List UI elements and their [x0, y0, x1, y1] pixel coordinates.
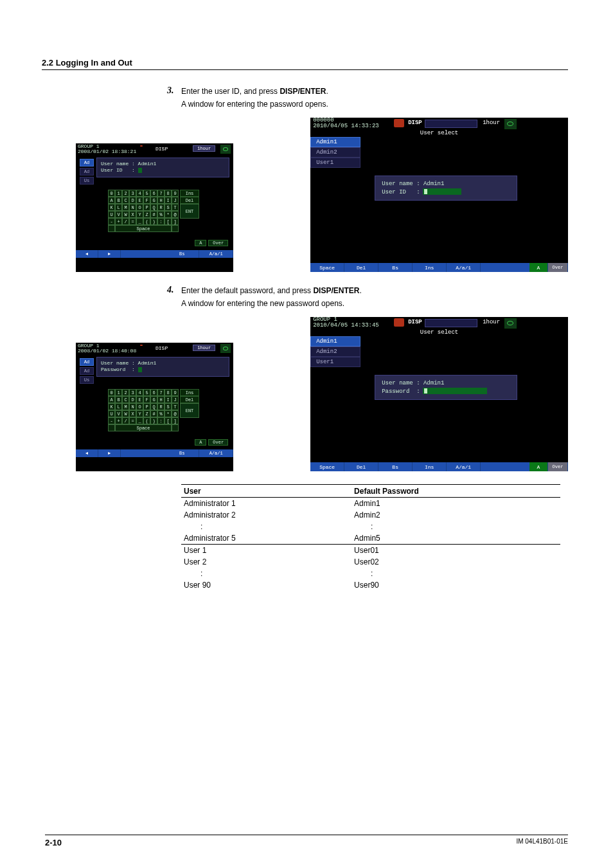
key-3[interactable]: 3 — [129, 389, 136, 396]
key-ent[interactable]: ENT — [180, 403, 199, 418]
key-[[interactable]: [ — [164, 218, 172, 225]
bs2-input[interactable] — [423, 388, 487, 394]
key-E[interactable]: E — [136, 396, 143, 403]
ss1-right[interactable]: ► — [98, 250, 121, 258]
key-)[interactable]: ) — [150, 218, 157, 225]
bs1-del[interactable]: Del — [344, 263, 378, 272]
key-Y[interactable]: Y — [136, 211, 143, 218]
key-blank-r[interactable] — [172, 424, 179, 431]
bs1-tab-user1[interactable]: User1 — [310, 158, 360, 168]
key-L[interactable]: L — [115, 403, 122, 410]
bs2-space[interactable]: Space — [310, 462, 344, 471]
key-A[interactable]: A — [108, 197, 115, 204]
ss2-left[interactable]: ◄ — [76, 449, 98, 457]
key-N[interactable]: N — [129, 403, 136, 410]
key-Z[interactable]: Z — [143, 211, 150, 218]
key-W[interactable]: W — [122, 211, 129, 218]
key-A[interactable]: A — [108, 396, 115, 403]
key-#[interactable]: # — [150, 410, 157, 417]
key-0[interactable]: 0 — [108, 389, 115, 396]
key-space[interactable]: Space — [115, 424, 172, 431]
key-6[interactable]: 6 — [150, 190, 157, 197]
key-M[interactable]: M — [122, 204, 129, 211]
bs1-input[interactable] — [423, 188, 461, 195]
key-J[interactable]: J — [172, 197, 179, 204]
key-2[interactable]: 2 — [122, 190, 129, 197]
key-Z[interactable]: Z — [143, 410, 150, 417]
key-%[interactable]: % — [157, 410, 164, 417]
bs1-tab-admin1[interactable]: Admin1 — [310, 137, 360, 147]
key-+[interactable]: + — [115, 417, 122, 424]
key--[interactable]: - — [108, 417, 115, 424]
key-P[interactable]: P — [143, 403, 150, 410]
key-blank-l[interactable] — [108, 225, 115, 232]
bs2-ins[interactable]: Ins — [413, 462, 447, 471]
key-T[interactable]: T — [172, 204, 179, 211]
key-B[interactable]: B — [115, 396, 122, 403]
key-([interactable]: ( — [143, 218, 150, 225]
key-5[interactable]: 5 — [143, 389, 150, 396]
key-3[interactable]: 3 — [129, 190, 136, 197]
ss2-bs[interactable]: Bs — [165, 449, 199, 457]
key-4[interactable]: 4 — [136, 190, 143, 197]
key-/[interactable]: / — [122, 417, 129, 424]
ss1-left[interactable]: ◄ — [76, 250, 98, 258]
key-=[interactable]: = — [129, 417, 136, 424]
key-M[interactable]: M — [122, 403, 129, 410]
key-@[interactable]: @ — [172, 410, 179, 417]
key-Q[interactable]: Q — [150, 403, 157, 410]
key-#[interactable]: # — [150, 211, 157, 218]
key-D[interactable]: D — [129, 197, 136, 204]
ss2-tab-3[interactable]: Us — [80, 376, 94, 384]
bs1-bs[interactable]: Bs — [378, 263, 413, 272]
key-W[interactable]: W — [122, 410, 129, 417]
key-:[interactable]: : — [157, 417, 164, 424]
ss1-aa1[interactable]: A/a/1 — [199, 250, 233, 258]
key-K[interactable]: K — [108, 403, 115, 410]
ss2-aa1[interactable]: A/a/1 — [199, 449, 233, 457]
key-][interactable]: ] — [172, 417, 179, 424]
key-Y[interactable]: Y — [136, 410, 143, 417]
key-1[interactable]: 1 — [115, 389, 122, 396]
ss2-right[interactable]: ► — [98, 449, 121, 457]
key-H[interactable]: H — [157, 197, 164, 204]
key-][interactable]: ] — [172, 218, 179, 225]
key--[interactable]: - — [108, 218, 115, 225]
key-/[interactable]: / — [122, 218, 129, 225]
key-:[interactable]: : — [157, 218, 164, 225]
key-7[interactable]: 7 — [157, 190, 164, 197]
key-9[interactable]: 9 — [172, 190, 179, 197]
key-O[interactable]: O — [136, 204, 143, 211]
ss2-tab-2[interactable]: Ad — [80, 367, 94, 375]
ss1-tab-1[interactable]: Ad — [80, 159, 94, 167]
key-6[interactable]: 6 — [150, 389, 157, 396]
key-=[interactable]: = — [129, 218, 136, 225]
key-O[interactable]: O — [136, 403, 143, 410]
key-[[interactable]: [ — [164, 417, 172, 424]
key-2[interactable]: 2 — [122, 389, 129, 396]
key-ent[interactable]: ENT — [180, 204, 199, 219]
key-R[interactable]: R — [157, 403, 164, 410]
key-J[interactable]: J — [172, 396, 179, 403]
key-7[interactable]: 7 — [157, 389, 164, 396]
key-N[interactable]: N — [129, 204, 136, 211]
text-cursor[interactable] — [138, 367, 142, 372]
bs2-tab-admin2[interactable]: Admin2 — [310, 347, 360, 357]
ss2-tab-1[interactable]: Ad — [80, 358, 94, 366]
key-K[interactable]: K — [108, 204, 115, 211]
key-C[interactable]: C — [122, 197, 129, 204]
key-G[interactable]: G — [150, 396, 157, 403]
key-ins[interactable]: Ins — [180, 389, 199, 396]
key-0[interactable]: 0 — [108, 190, 115, 197]
bs2-tab-admin1[interactable]: Admin1 — [310, 336, 360, 347]
key-S[interactable]: S — [164, 403, 172, 410]
key-P[interactable]: P — [143, 204, 150, 211]
bs2-bs[interactable]: Bs — [378, 462, 413, 471]
key-U[interactable]: U — [108, 410, 115, 417]
key-D[interactable]: D — [129, 396, 136, 403]
key-5[interactable]: 5 — [143, 190, 150, 197]
bs2-aa1[interactable]: A/a/1 — [447, 462, 481, 471]
key-blank-r[interactable] — [172, 225, 179, 232]
key-F[interactable]: F — [143, 396, 150, 403]
key-F[interactable]: F — [143, 197, 150, 204]
